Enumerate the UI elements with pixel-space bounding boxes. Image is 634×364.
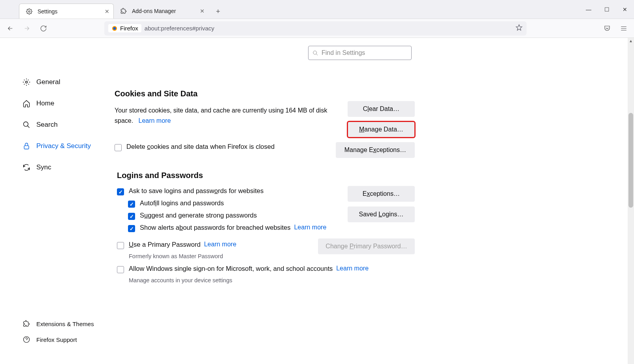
sso-learn-more[interactable]: Learn more xyxy=(336,265,369,272)
firefox-icon xyxy=(111,25,118,32)
sidebar-item-privacy[interactable]: Privacy & Security xyxy=(19,137,115,155)
identity-box[interactable]: Firefox xyxy=(108,24,141,32)
tab-label: Settings xyxy=(38,8,58,15)
suggest-label: Suggest and generate strong passwords xyxy=(140,212,257,219)
autofill-checkbox[interactable] xyxy=(128,201,135,208)
sidebar-item-label: Sync xyxy=(36,163,51,171)
cookies-description: Your stored cookies, site data, and cach… xyxy=(115,105,328,126)
maximize-button[interactable]: ☐ xyxy=(598,0,616,19)
minimize-button[interactable]: — xyxy=(579,0,598,19)
sidebar-item-label: Privacy & Security xyxy=(36,142,91,150)
content-area: General Home Search Privacy & Security S… xyxy=(0,38,628,364)
logins-section: Logins and Passwords Exceptions… Saved L… xyxy=(115,171,415,283)
sidebar-item-label: Search xyxy=(36,121,58,129)
close-icon[interactable]: ✕ xyxy=(105,8,109,15)
sidebar-extensions[interactable]: Extensions & Themes xyxy=(19,317,97,331)
close-icon[interactable]: ✕ xyxy=(200,8,205,14)
pocket-icon[interactable] xyxy=(600,21,614,36)
tab-addons[interactable]: Add-ons Manager ✕ xyxy=(114,4,209,19)
logins-heading: Logins and Passwords xyxy=(117,171,415,180)
sso-label: Allow Windows single sign-on for Microso… xyxy=(129,265,333,272)
cookies-learn-more[interactable]: Learn more xyxy=(138,117,171,124)
sidebar-item-label: General xyxy=(36,78,60,86)
cookies-heading: Cookies and Site Data xyxy=(115,89,415,98)
puzzle-icon xyxy=(119,7,128,15)
sidebar-item-sync[interactable]: Sync xyxy=(19,159,115,176)
lock-icon xyxy=(22,142,31,150)
manage-data-button[interactable]: Manage Data… xyxy=(348,122,415,137)
sidebar-item-home[interactable]: Home xyxy=(19,95,115,112)
autofill-label: Autofill logins and passwords xyxy=(140,199,224,207)
tab-settings[interactable]: Settings ✕ xyxy=(19,4,114,19)
suggest-checkbox[interactable] xyxy=(128,213,135,220)
back-button[interactable] xyxy=(3,21,17,36)
settings-sidebar: General Home Search Privacy & Security S… xyxy=(0,38,115,364)
window-controls: — ☐ ✕ xyxy=(579,0,634,19)
delete-cookies-label: Delete cookies and site data when Firefo… xyxy=(126,143,275,150)
search-placeholder: Find in Settings xyxy=(322,49,365,56)
sidebar-support[interactable]: Firefox Support xyxy=(19,332,97,347)
bookmark-star-icon[interactable] xyxy=(515,24,523,32)
search-icon xyxy=(22,120,31,129)
sidebar-item-label: Home xyxy=(36,99,54,107)
primary-learn-more[interactable]: Learn more xyxy=(204,241,236,248)
logins-exceptions-button[interactable]: Exceptions… xyxy=(348,186,415,202)
toolbar: Firefox about:preferences#privacy xyxy=(0,19,634,38)
gear-icon xyxy=(25,7,34,16)
menu-button[interactable] xyxy=(617,21,631,36)
primary-password-label: Use a Primary Password xyxy=(129,241,201,248)
vertical-scrollbar[interactable]: ▲ xyxy=(628,38,634,364)
alerts-label: Show alerts about passwords for breached… xyxy=(140,224,291,231)
manage-exceptions-button[interactable]: Manage Exceptions… xyxy=(336,142,415,158)
sidebar-item-label: Firefox Support xyxy=(36,336,77,343)
sso-hint: Manage accounts in your device settings xyxy=(117,277,415,283)
close-window-button[interactable]: ✕ xyxy=(616,0,634,19)
puzzle-icon xyxy=(22,319,31,328)
ask-save-label: Ask to save logins and passwords for web… xyxy=(129,187,263,195)
settings-main: Find in Settings Cookies and Site Data Y… xyxy=(115,38,628,364)
sso-checkbox[interactable] xyxy=(117,266,124,273)
alerts-learn-more[interactable]: Learn more xyxy=(294,224,326,231)
svg-point-0 xyxy=(28,11,30,12)
settings-search[interactable]: Find in Settings xyxy=(308,46,412,60)
svg-point-7 xyxy=(313,51,317,54)
sidebar-item-general[interactable]: General xyxy=(19,73,115,91)
svg-point-3 xyxy=(26,81,28,83)
new-tab-button[interactable]: + xyxy=(212,5,224,18)
scroll-up-icon[interactable]: ▲ xyxy=(629,39,633,43)
url-text: about:preferences#privacy xyxy=(145,25,214,32)
scrollbar-thumb[interactable] xyxy=(628,113,633,208)
primary-password-checkbox[interactable] xyxy=(117,242,124,249)
saved-logins-button[interactable]: Saved Logins… xyxy=(348,206,415,222)
ask-save-checkbox[interactable] xyxy=(117,188,124,195)
sidebar-item-label: Extensions & Themes xyxy=(36,321,94,327)
forward-button[interactable] xyxy=(20,21,34,36)
change-primary-password-button[interactable]: Change Primary Password… xyxy=(318,238,415,254)
home-icon xyxy=(22,99,31,108)
svg-point-4 xyxy=(24,122,28,127)
svg-point-2 xyxy=(113,27,116,30)
url-bar[interactable]: Firefox about:preferences#privacy xyxy=(104,21,527,36)
search-icon xyxy=(312,50,318,56)
tab-label: Add-ons Manager xyxy=(132,8,176,14)
alerts-checkbox[interactable] xyxy=(128,225,135,232)
sidebar-item-search[interactable]: Search xyxy=(19,116,115,133)
delete-cookies-checkbox[interactable] xyxy=(115,144,122,151)
tab-strip: Settings ✕ Add-ons Manager ✕ + — ☐ ✕ xyxy=(0,0,634,19)
clear-data-button[interactable]: Clear Data… xyxy=(348,101,415,117)
identity-label: Firefox xyxy=(120,25,138,32)
sync-icon xyxy=(22,163,31,172)
cookies-section: Cookies and Site Data Your stored cookie… xyxy=(115,89,415,151)
svg-rect-5 xyxy=(24,146,29,149)
help-icon xyxy=(22,335,31,344)
reload-button[interactable] xyxy=(36,21,51,36)
gear-icon xyxy=(22,78,31,86)
